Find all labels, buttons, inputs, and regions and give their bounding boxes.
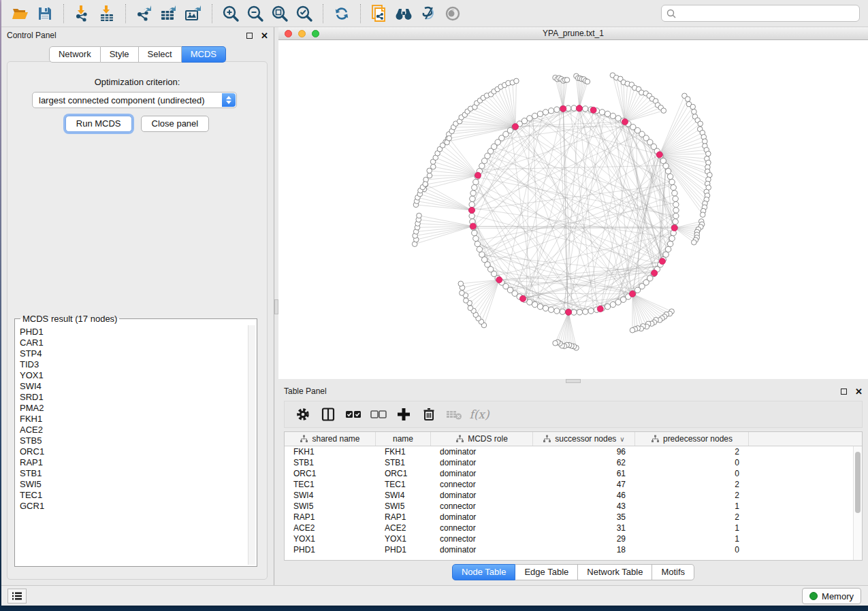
- table-row[interactable]: RAP1RAP1dominator352: [285, 512, 853, 523]
- table-row[interactable]: PHD1PHD1dominator180: [285, 544, 853, 555]
- cell-successor-nodes: 18: [533, 545, 635, 555]
- app-window: Control Panel ✕ Network Style Select MCD…: [1, 0, 868, 606]
- zoom-selected-button[interactable]: [292, 3, 317, 24]
- show-columns-button[interactable]: [318, 404, 338, 425]
- cell-MCDS-role: dominator: [431, 545, 533, 555]
- run-mcds-button[interactable]: Run MCDS: [65, 116, 132, 132]
- import-table-button[interactable]: [95, 3, 119, 24]
- save-session-button[interactable]: [33, 3, 57, 24]
- control-panel-title: Control Panel: [7, 31, 57, 40]
- float-panel-icon[interactable]: [246, 33, 253, 39]
- table-row[interactable]: ACE2ACE2connector311: [285, 523, 853, 533]
- mcds-node-item[interactable]: GCR1: [20, 501, 248, 512]
- select-all-button[interactable]: [343, 404, 364, 425]
- column-label: shared name: [312, 434, 359, 444]
- mcds-node-item[interactable]: STB5: [20, 435, 248, 446]
- table-row[interactable]: FKH1FKH1dominator962: [285, 446, 853, 457]
- import-table-icon: [99, 5, 115, 22]
- tab-mcds[interactable]: MCDS: [182, 46, 226, 63]
- tab-select[interactable]: Select: [139, 46, 182, 63]
- mcds-node-item[interactable]: ORC1: [20, 446, 248, 457]
- mcds-list-scrollbar[interactable]: [248, 325, 255, 565]
- open-file-button[interactable]: [8, 3, 33, 24]
- cell-shared-name: RAP1: [285, 512, 376, 522]
- mcds-node-item[interactable]: YOX1: [20, 370, 248, 381]
- mcds-node-item[interactable]: ACE2: [20, 425, 248, 435]
- close-panel-button[interactable]: Close panel: [141, 116, 210, 132]
- export-table-button[interactable]: [157, 3, 181, 24]
- search-input[interactable]: [677, 9, 859, 18]
- float-panel-icon[interactable]: [841, 389, 847, 395]
- table-row[interactable]: STB1STB1dominator620: [285, 457, 853, 468]
- import-network-button[interactable]: [70, 3, 95, 24]
- zoom-out-button[interactable]: [243, 3, 268, 24]
- add-column-button[interactable]: [393, 404, 414, 425]
- mcds-node-item[interactable]: RAP1: [20, 457, 248, 468]
- close-window-icon[interactable]: [285, 30, 292, 37]
- table-row[interactable]: SWI4SWI4dominator462: [285, 490, 853, 501]
- delete-column-button[interactable]: [419, 404, 439, 425]
- zoom-fit-button[interactable]: [268, 3, 292, 24]
- scrollbar-thumb[interactable]: [855, 452, 861, 513]
- cell-successor-nodes: 31: [533, 523, 635, 533]
- column-header-MCDS-role[interactable]: MCDS role: [431, 432, 533, 446]
- column-header-shared-name[interactable]: shared name: [285, 432, 376, 446]
- mcds-node-item[interactable]: PMA2: [20, 403, 248, 414]
- export-image-button[interactable]: [181, 3, 206, 24]
- mcds-result-list[interactable]: PHD1CAR1STP4TID3YOX1SWI4SRD1PMA2FKH1ACE2…: [16, 327, 248, 565]
- hide-details-button[interactable]: [416, 3, 440, 24]
- tab-node-table[interactable]: Node Table: [452, 564, 516, 580]
- mcds-node-item[interactable]: TID3: [20, 359, 248, 370]
- tab-edge-table[interactable]: Edge Table: [515, 564, 578, 580]
- memory-button[interactable]: Memory: [802, 588, 861, 604]
- mcds-node-item[interactable]: SRD1: [20, 392, 248, 403]
- zoom-in-button[interactable]: [219, 3, 243, 24]
- mcds-node-item[interactable]: STB1: [20, 468, 248, 479]
- mcds-node-item[interactable]: STP4: [20, 348, 248, 359]
- tab-motifs[interactable]: Motifs: [652, 564, 694, 580]
- mcds-node-item[interactable]: PHD1: [20, 327, 248, 337]
- maximize-window-icon[interactable]: [312, 30, 319, 37]
- gear-icon: [295, 407, 310, 422]
- table-scrollbar[interactable]: [853, 446, 862, 560]
- criterion-select[interactable]: largest connected component (undirected): [32, 92, 237, 108]
- show-details-button[interactable]: [440, 3, 465, 24]
- tab-network-table[interactable]: Network Table: [578, 564, 652, 580]
- delete-table-button-disabled: [444, 404, 464, 425]
- table-row[interactable]: ORC1ORC1dominator610: [285, 468, 853, 479]
- mcds-result-title: MCDS result (17 nodes): [20, 314, 119, 324]
- column-header-successor-nodes[interactable]: successor nodes∨: [533, 432, 635, 446]
- refresh-button[interactable]: [329, 3, 354, 24]
- new-network-from-selection-button[interactable]: [367, 3, 391, 24]
- table-options-button[interactable]: [293, 404, 313, 425]
- cell-name: YOX1: [376, 534, 431, 544]
- deselect-all-button[interactable]: [368, 404, 389, 425]
- memory-label: Memory: [822, 591, 854, 601]
- column-header-predecessor-nodes[interactable]: predecessor nodes: [635, 432, 749, 446]
- table-row[interactable]: YOX1YOX1connector291: [285, 533, 853, 544]
- first-neighbors-button[interactable]: [391, 3, 416, 24]
- mcds-node-item[interactable]: TEC1: [20, 490, 248, 501]
- network-graph[interactable]: [278, 40, 868, 379]
- table-row[interactable]: TEC1TEC1connector472: [285, 479, 853, 490]
- minimize-window-icon[interactable]: [298, 30, 306, 37]
- toolbar-separator: [212, 4, 212, 23]
- network-canvas[interactable]: [278, 40, 868, 379]
- zoom-in-icon: [222, 5, 240, 22]
- mcds-node-item[interactable]: SWI4: [20, 381, 248, 392]
- cell-predecessor-nodes: 2: [635, 480, 749, 489]
- mcds-node-item[interactable]: SWI5: [20, 479, 248, 490]
- tab-style[interactable]: Style: [101, 46, 139, 63]
- export-network-button[interactable]: [132, 3, 157, 24]
- table-row[interactable]: SWI5SWI5connector431: [285, 501, 853, 512]
- close-panel-icon[interactable]: ✕: [855, 387, 863, 396]
- network-window-titlebar[interactable]: YPA_prune.txt_1: [278, 27, 868, 40]
- search-field[interactable]: [661, 5, 860, 22]
- mcds-node-item[interactable]: FKH1: [20, 414, 248, 425]
- cell-name: ORC1: [376, 469, 431, 478]
- mcds-node-item[interactable]: CAR1: [20, 337, 248, 348]
- tab-network[interactable]: Network: [49, 46, 101, 63]
- task-history-button[interactable]: [7, 589, 27, 604]
- column-header-name[interactable]: name: [376, 432, 431, 446]
- close-panel-icon[interactable]: ✕: [261, 31, 268, 40]
